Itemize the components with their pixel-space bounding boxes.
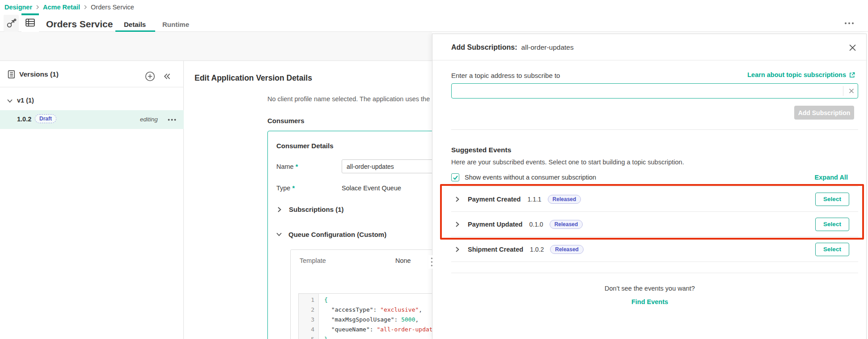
required-marker: * — [296, 163, 298, 170]
drag-dots-icon — [431, 257, 433, 267]
version-number: 1.0.2 — [17, 116, 31, 123]
collapse-panel-icon[interactable] — [163, 73, 171, 80]
client-profile-note: No client profile name selected. The app… — [267, 95, 455, 103]
subscriptions-label: Subscriptions (1) — [289, 206, 344, 213]
show-events-checkbox-label: Show events without a consumer subscript… — [465, 174, 596, 181]
template-label: Template — [300, 257, 326, 264]
input-clear-divider — [843, 86, 843, 96]
active-view-indicator — [21, 13, 39, 15]
panel-title: Add Subscriptions: all-order-updates — [451, 43, 574, 51]
table-view-icon — [25, 17, 36, 28]
type-field-label: Type * — [276, 185, 295, 192]
version-group-label: v1 (1) — [17, 97, 34, 104]
editing-indicator: editing — [140, 116, 158, 123]
event-row-shipment-created[interactable]: Shipment Created 1.0.2 Released Select — [451, 237, 858, 262]
close-panel-icon[interactable] — [849, 44, 856, 51]
consumers-section-label: Consumers — [267, 117, 305, 124]
breadcrumb-designer[interactable]: Designer — [4, 4, 32, 11]
versions-title: Versions (1) — [19, 70, 59, 78]
chevron-down-icon — [7, 99, 13, 103]
more-options-button[interactable] — [844, 21, 855, 25]
panel-title-value: all-order-updates — [521, 43, 574, 51]
queue-config-expander[interactable]: Queue Configuration (Custom) — [276, 231, 386, 238]
panel-footer-divider — [451, 273, 858, 273]
no-events-question: Don't see the events you want? — [432, 285, 867, 292]
add-subscription-button[interactable]: Add Subscription — [794, 106, 854, 120]
external-link-icon — [849, 72, 855, 78]
panel-resize-handle[interactable] — [428, 255, 435, 269]
panel-header-divider — [432, 60, 867, 60]
template-value[interactable]: None — [395, 257, 411, 264]
graph-view-icon — [6, 18, 17, 29]
version-kebab-menu-icon[interactable] — [167, 118, 177, 121]
breadcrumb-acme-retail[interactable]: Acme Retail — [43, 4, 80, 11]
draft-status-badge: Draft — [35, 114, 56, 123]
graph-view-button[interactable] — [4, 15, 19, 32]
queue-config-label: Queue Configuration (Custom) — [288, 231, 386, 238]
kebab-menu-icon — [844, 21, 855, 25]
annotation-rectangle — [440, 184, 864, 240]
versions-header: Versions (1) — [0, 61, 184, 87]
released-status-badge: Released — [550, 245, 584, 254]
checkmark-icon — [453, 175, 458, 180]
main-heading: Edit Application Version Details — [195, 73, 312, 83]
topic-address-input[interactable] — [451, 83, 858, 99]
consumer-type-value: Solace Event Queue — [342, 185, 401, 192]
clear-input-icon[interactable] — [849, 88, 854, 94]
required-marker: * — [292, 185, 295, 192]
add-version-icon[interactable] — [145, 71, 155, 82]
event-version: 1.0.2 — [530, 246, 544, 253]
chevron-right-icon[interactable] — [455, 246, 460, 253]
expand-all-link[interactable]: Expand All — [815, 174, 848, 181]
versions-list-icon — [7, 69, 16, 79]
code-line-numbers: 1 2 3 4 5 — [299, 294, 319, 339]
suggested-events-heading: Suggested Events — [451, 146, 511, 154]
chevron-right-icon — [35, 4, 40, 10]
tab-runtime[interactable]: Runtime — [162, 21, 189, 28]
select-event-button[interactable]: Select — [815, 243, 849, 256]
name-field-label: Name * — [276, 163, 298, 170]
breadcrumb: Designer Acme Retail Orders Service — [4, 2, 134, 12]
app-window: Designer Acme Retail Orders Service Orde… — [0, 0, 868, 339]
suggested-events-description: Here are your subscribed events. Select … — [451, 159, 684, 166]
chevron-right-icon — [277, 206, 282, 213]
application-details-bar[interactable]: Application Details: Solace — [0, 32, 432, 61]
panel-section-divider — [451, 129, 858, 130]
tab-details[interactable]: Details — [124, 21, 146, 28]
versions-sidebar: Versions (1) v1 (1) 1.0.2 Draft editing — [0, 61, 184, 339]
breadcrumb-current: Orders Service — [91, 4, 134, 11]
page-title: Orders Service — [46, 19, 113, 30]
subscriptions-expander[interactable]: Subscriptions (1) — [277, 206, 344, 213]
version-group-v1[interactable]: v1 (1) — [0, 94, 184, 108]
find-events-link[interactable]: Find Events — [432, 298, 867, 305]
panel-title-label: Add Subscriptions: — [451, 43, 517, 51]
chevron-down-icon — [276, 232, 282, 237]
version-row-selected[interactable]: 1.0.2 Draft editing — [0, 110, 184, 129]
event-name: Shipment Created — [468, 246, 523, 253]
topic-address-label: Enter a topic address to subscribe to — [451, 72, 560, 79]
learn-link[interactable]: Learn about topic subscriptions — [747, 71, 855, 78]
consumer-card-title: Consumer Details — [276, 142, 334, 150]
list-view-button[interactable] — [21, 13, 39, 32]
show-events-checkbox[interactable] — [451, 173, 459, 181]
chevron-right-icon — [83, 4, 88, 10]
